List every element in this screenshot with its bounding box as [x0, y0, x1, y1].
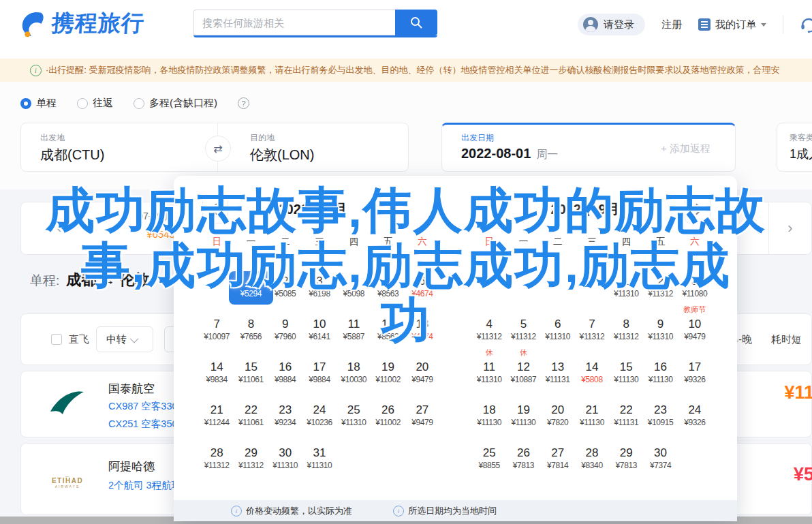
calendar-day-cell[interactable]: 22¥11061 [234, 401, 268, 433]
calendar-day-cell[interactable]: 休12¥10887 [506, 358, 540, 390]
direct-flight-checkbox[interactable] [51, 334, 62, 345]
calendar-day-cell[interactable]: 20¥7820 [541, 401, 575, 433]
add-return-button[interactable]: + 添加返程 [661, 142, 710, 155]
day-number: 3 [302, 273, 337, 288]
orders-menu[interactable]: 我的订单 [698, 18, 766, 31]
calendar-day-cell[interactable]: 2¥5085 [268, 273, 302, 305]
calendar-day-cell[interactable]: 31¥11310 [302, 444, 337, 476]
calendar-day-cell[interactable]: 3¥11080 [678, 273, 712, 305]
calendar-day-cell[interactable]: 17¥9884 [302, 358, 337, 390]
search-input[interactable] [193, 10, 395, 35]
strip-prev-icon[interactable]: ‹ [57, 219, 61, 238]
calendar-day-cell[interactable]: 4¥11312 [472, 315, 506, 348]
calendar-day-cell[interactable]: 7¥11312 [575, 315, 609, 348]
calendar-day-cell[interactable]: 7¥10097 [200, 315, 234, 348]
day-number: 19 [371, 358, 405, 374]
radio-roundtrip-label: 往返 [93, 97, 113, 110]
sort-by-duration[interactable]: 耗时短 [771, 333, 802, 346]
calendar-day-cell[interactable]: 18¥11130 [472, 401, 506, 433]
calendar-day-cell[interactable]: 25¥8855 [472, 444, 506, 476]
day-number: 8 [234, 315, 268, 331]
day-price: ¥9234 [268, 417, 302, 429]
calendar-day-cell[interactable]: 6¥11310 [541, 315, 575, 348]
calendar-day-cell[interactable]: 24¥10236 [302, 401, 337, 433]
day-price: ¥8563 [371, 331, 405, 343]
day-price: ¥11130 [506, 417, 540, 429]
calendar-day-cell[interactable]: 14¥9834 [200, 358, 234, 390]
calendar-day-cell[interactable]: 29¥11312 [234, 444, 268, 476]
calendar-day-cell[interactable]: 14¥5808 [575, 358, 609, 390]
calendar-day-cell[interactable]: 30¥7374 [643, 444, 677, 476]
depart-date-card[interactable]: 出发日期 2022-08-01周一 + 添加返程 [441, 123, 736, 172]
calendar-day-cell[interactable]: 6¥4674 [405, 273, 439, 305]
calendar-day-cell[interactable]: 27¥7814 [541, 444, 575, 476]
calendar-day-cell[interactable]: 5¥8563 [371, 273, 405, 305]
calendar-day-cell[interactable]: 13¥4674 [405, 315, 439, 348]
day-number: 12 [506, 358, 540, 374]
calendar-day-cell[interactable]: 10¥6141 [302, 315, 337, 348]
day-price: ¥11130 [643, 374, 677, 386]
calendar-day-cell[interactable]: 15¥11130 [609, 358, 643, 390]
day-price: ¥11310 [268, 460, 302, 472]
calendar-day-cell[interactable]: 20¥9479 [405, 358, 439, 390]
day-number: 15 [609, 358, 643, 374]
calendar-day-cell[interactable]: 9¥7960 [268, 315, 302, 348]
calendar-day-cell[interactable]: 28¥11312 [200, 444, 234, 476]
strip-next-button[interactable]: › [768, 202, 811, 254]
calendar-day-cell[interactable]: 16¥9884 [268, 358, 302, 390]
radio-oneway[interactable]: 单程 [20, 97, 57, 110]
calendar-day-cell[interactable]: 3¥6198 [302, 273, 337, 305]
calendar-day-cell[interactable]: 24¥9326 [678, 401, 712, 433]
calendar-day-cell[interactable]: 9¥11310 [643, 315, 677, 348]
calendar-day-cell[interactable]: 26¥7813 [506, 444, 540, 476]
calendar-day-cell[interactable]: 22¥11131 [609, 401, 643, 433]
calendar-day-cell[interactable]: 21¥11130 [575, 401, 609, 433]
calendar-day-cell[interactable]: 5¥11312 [506, 315, 540, 348]
calendar-day-cell[interactable]: 教师节10¥9479 [678, 315, 712, 348]
passenger-card[interactable]: 乘客类型 1成人 [777, 123, 812, 172]
calendar-day-cell[interactable]: 1¥5294 [234, 273, 268, 305]
airline-name: 阿提哈德 [108, 459, 155, 474]
help-icon[interactable]: ? [238, 97, 249, 109]
transfer-dropdown[interactable]: 中转 [96, 326, 153, 352]
search-button[interactable] [395, 10, 437, 35]
calendar-day-cell[interactable]: 19¥11002 [371, 358, 405, 390]
calendar-day-cell[interactable]: 2¥11312 [643, 273, 677, 305]
date-picker-popover: 2022年 8月 2022年 9月 日一二三四五六 1¥52942¥50853¥… [174, 176, 737, 521]
weekday-label: 六 [405, 236, 439, 248]
search-icon [409, 16, 423, 29]
calendar-day-cell[interactable]: 27¥9479 [405, 401, 439, 433]
calendar-day-cell[interactable]: 23¥10915 [643, 401, 677, 433]
calendar-day-cell[interactable]: 8¥7656 [234, 315, 268, 348]
day-number: 28 [575, 444, 609, 460]
calendar-day-cell[interactable]: 21¥11244 [200, 401, 234, 433]
calendar-day-cell[interactable]: 4¥5098 [337, 273, 371, 305]
register-link[interactable]: 注册 [661, 18, 682, 31]
calendar-day-cell[interactable]: 19¥11130 [506, 401, 540, 433]
calendar-day-cell[interactable]: 17¥9326 [678, 358, 712, 390]
calendar-day-cell[interactable]: 1¥11310 [609, 273, 643, 305]
calendar-day-cell[interactable]: 15¥11061 [234, 358, 268, 390]
calendar-day-cell[interactable]: 8¥11312 [609, 315, 643, 348]
calendar-day-cell[interactable]: 休11¥11310 [472, 358, 506, 390]
radio-multicity[interactable]: 多程(含缺口程) [134, 97, 217, 110]
login-button[interactable]: 请登录 [578, 14, 645, 35]
month-title: 2022年 9月 [465, 200, 705, 219]
customer-service-icon[interactable] [800, 16, 812, 33]
day-price: ¥7960 [268, 331, 302, 343]
calendar-day-cell[interactable]: 16¥11130 [643, 358, 677, 390]
calendar-day-cell[interactable]: 23¥9234 [268, 401, 302, 433]
calendar-day-cell[interactable]: 12¥8563 [371, 315, 405, 348]
calendar-day-cell[interactable]: 13¥11131 [541, 358, 575, 390]
calendar-day-cell[interactable]: 28¥8340 [575, 444, 609, 476]
calendar-day-cell[interactable]: 30¥11310 [268, 444, 302, 476]
swap-cities-button[interactable]: ⇄ [205, 136, 231, 161]
calendar-day-cell[interactable]: 25¥11310 [337, 401, 371, 433]
flight-price: ¥11 [784, 382, 812, 403]
calendar-day-cell[interactable]: 11¥5887 [337, 315, 371, 348]
calendar-day-cell[interactable]: 18¥10030 [337, 358, 371, 390]
radio-roundtrip[interactable]: 往返 [77, 97, 113, 110]
calendar-day-cell[interactable]: 29¥7813 [609, 444, 643, 476]
calendar-day-cell[interactable]: 26¥11002 [371, 401, 405, 433]
ctrip-logo[interactable]: 携程旅行 [19, 8, 144, 39]
